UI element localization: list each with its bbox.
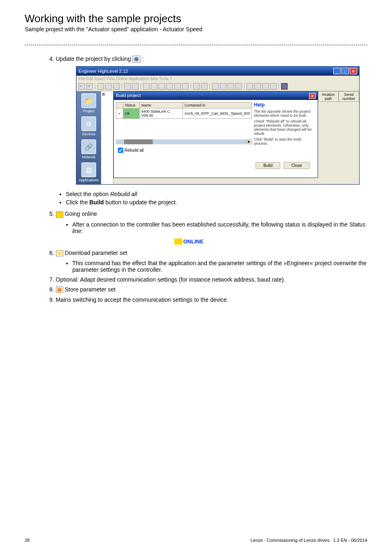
step-9: 9. Mains switching to accept the communi… [49, 296, 367, 303]
toolbar-sep [279, 83, 279, 90]
scrollbar-thumb[interactable] [124, 139, 153, 144]
rebuild-all-input[interactable] [118, 148, 123, 153]
toolbar-forward-icon[interactable]: → [86, 83, 93, 90]
step-5-num: 5. [49, 210, 54, 217]
help-panel: Help The list opposite shows the project… [254, 102, 316, 176]
toolbar-icon[interactable] [247, 83, 253, 90]
rebuild-all-label: Rebuild all [125, 148, 144, 153]
toolbar-icon[interactable] [201, 83, 208, 90]
build-table-area: Status Name Contained in ✓ Ok 8400 State… [116, 102, 252, 176]
toolbar: ← → [76, 82, 359, 91]
toolbar-icon[interactable] [254, 83, 261, 90]
toolbar-new-icon[interactable] [97, 83, 104, 90]
step-6-bullets: This command has the effect that the app… [72, 260, 367, 273]
col-checkbox [116, 102, 123, 109]
build-table: Status Name Contained in ✓ Ok 8400 State… [116, 102, 252, 119]
toolbar-icon[interactable] [262, 83, 269, 90]
engineer-screenshot: Engineer HighLevel 2.12 _ □ × File Edit … [76, 66, 360, 185]
nav-project-label: Project [83, 109, 95, 113]
toolbar-icon[interactable] [124, 83, 131, 90]
step-6-num: 6. [49, 250, 54, 256]
toolbar-back-icon[interactable]: ← [78, 83, 85, 90]
build-icon [132, 56, 141, 63]
nav-applications[interactable]: ▥ Applications [78, 162, 99, 182]
toolbar-icon[interactable] [220, 83, 226, 90]
toolbar-online-icon[interactable] [143, 83, 150, 90]
build-button[interactable]: Build [256, 162, 280, 169]
maximize-button[interactable]: □ [341, 68, 349, 74]
footer-text: Lenze · Commissioning of Lenze drives · … [251, 538, 367, 543]
help-text-2: Check "Rebuild all" to rebuild all proje… [254, 119, 316, 136]
row-contained: A\AS_49_INTF_Can_84SL_Speed_003 [182, 109, 251, 119]
rebuild-all-checkbox[interactable]: Rebuild all [118, 148, 250, 153]
store-icon: ▤ [56, 287, 63, 293]
dialog-body: Status Name Contained in ✓ Ok 8400 State… [114, 100, 318, 178]
toolbar-icon[interactable] [151, 83, 157, 90]
step-6: 6. ↓ Download parameter set [49, 250, 367, 257]
step-8-title: Store parameter set [65, 286, 115, 293]
going-online-icon: ⚡ [56, 211, 63, 218]
toolbar-icon[interactable] [193, 83, 200, 90]
nav-network-label: Network [82, 155, 95, 159]
toolbar-sep [244, 83, 244, 90]
scroll-right-button[interactable]: ▶ [246, 139, 252, 144]
close-button[interactable]: Close [284, 162, 310, 169]
list-item: Click the Build button to update the pro… [66, 199, 367, 206]
step-6-title: Download parameter set [65, 250, 127, 256]
horizontal-scrollbar[interactable]: ▶ [116, 139, 252, 144]
online-badge-icon: ⚡ [174, 238, 182, 245]
toolbar-icon[interactable] [212, 83, 219, 90]
toolbar-icon[interactable] [174, 83, 181, 90]
list-item: Select the option Rebuild all [66, 191, 367, 197]
toolbar-sep [122, 83, 122, 90]
tree-panel: ⊞ [101, 91, 113, 184]
step-4-colon: : [142, 56, 144, 62]
bullet-2-pre: Click the [66, 199, 90, 206]
window-controls: _ □ × [333, 68, 357, 74]
minimize-button[interactable]: _ [333, 68, 341, 74]
menu-bar[interactable]: File Edit Insert View Online Application… [76, 76, 359, 82]
online-badge: ⚡ONLINE [173, 238, 206, 245]
toolbar-icon[interactable] [182, 83, 189, 90]
nav-network[interactable]: 🔗 Network [78, 139, 99, 159]
build-dialog: Build project × Status Name Contained in [113, 91, 318, 178]
toolbar-icon[interactable] [228, 83, 234, 90]
toolbar-open-icon[interactable] [105, 83, 112, 90]
step-8-num: 8. [49, 286, 54, 293]
network-icon: 🔗 [81, 139, 96, 154]
row-status: Ok [123, 109, 140, 119]
dialog-close-button[interactable]: × [309, 93, 316, 99]
row-check-icon: ✓ [116, 109, 123, 119]
folder-icon: 📁 [81, 93, 96, 108]
dialog-title-bar: Build project × [114, 92, 318, 100]
toolbar-save-icon[interactable] [113, 83, 120, 90]
help-text-1: The list opposite shows the project elem… [254, 109, 316, 118]
toolbar-build-icon[interactable] [281, 83, 288, 90]
col-comm-path: nication path [318, 91, 339, 102]
close-button[interactable]: × [350, 68, 357, 74]
step-8: 8. ▤ Store parameter set [49, 286, 367, 293]
toolbar-icon[interactable] [132, 83, 138, 90]
col-status: Status [123, 102, 140, 109]
app-window: Engineer HighLevel 2.12 _ □ × File Edit … [76, 66, 360, 185]
toolbar-icon[interactable] [166, 83, 173, 90]
dialog-footer: Rebuild all [116, 144, 252, 176]
nav-applications-label: Applications [79, 178, 99, 182]
toolbar-icon[interactable] [270, 83, 277, 90]
table-row[interactable]: ✓ Ok 8400 StateLine C V05.00 A\AS_49_INT… [116, 109, 252, 119]
online-badge-text: ONLINE [182, 238, 204, 245]
bullet-2-post: button to update the project. [104, 199, 177, 206]
nav-project[interactable]: 📁 Project [78, 93, 99, 113]
bullet-1-italic: Rebuild all [110, 191, 137, 197]
list-item: This command has the effect that the app… [72, 260, 367, 273]
toolbar-sep [95, 83, 95, 90]
left-nav: 📁 Project ⚙ Devices 🔗 Network ▥ Applicat… [76, 91, 101, 184]
app-title: Engineer HighLevel 2.12 [78, 69, 128, 74]
toolbar-icon[interactable] [159, 83, 165, 90]
col-contained: Contained in [182, 102, 251, 109]
nav-devices[interactable]: ⚙ Devices [78, 116, 99, 136]
toolbar-sep [191, 83, 191, 90]
app-body: 📁 Project ⚙ Devices 🔗 Network ▥ Applicat… [76, 91, 359, 184]
step-5-bullet-post: : [81, 228, 83, 234]
toolbar-icon[interactable] [235, 83, 242, 90]
